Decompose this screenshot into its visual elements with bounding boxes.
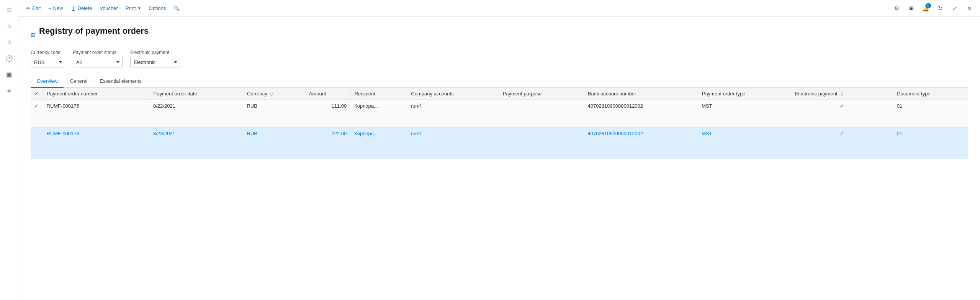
table-row[interactable]: RUMF-000176 8/23/2021 RUB 222.00 Корпора… [31,128,968,140]
delete-button[interactable]: 🗑 Delete [68,4,95,13]
star-icon[interactable]: ☆ [2,35,16,49]
currency-filter-icon[interactable]: ▽ [270,92,273,96]
currency-code-select[interactable]: RUB USD EUR [31,57,65,67]
new-icon: + [48,5,51,11]
clock-icon[interactable]: 🕐 [2,51,16,65]
document-type: 01 [893,100,968,112]
amount: 111.00 [305,100,350,112]
page-title: Registry of payment orders [39,26,149,36]
home-icon[interactable]: ⌂ [2,19,16,33]
row-check-icon: ✓ [34,103,39,109]
print-button[interactable]: Print ▼ [123,4,144,13]
delete-icon: 🗑 [71,5,76,11]
col-header-doc-type: Document type [893,88,968,100]
currency: RUB [243,100,305,112]
edit-icon: ✏ [26,5,31,11]
recipient: Корпора... [350,100,407,112]
edit-button[interactable]: ✏ Edit [23,4,44,13]
check-all-icon: ✓ [34,91,39,97]
bank-account-number: 40702810900000012002 [584,100,698,112]
col-header-recipient: Recipient [350,88,407,100]
settings-icon[interactable]: ⚙ [890,2,903,15]
currency: RUB [243,128,305,140]
layout-icon[interactable]: ▣ [905,2,917,15]
toolbar-right: ⚙ ▣ 🔔 0 ↻ ⤢ ✕ [890,2,975,15]
filters-row: Currency code RUB USD EUR Payment order … [31,50,968,67]
payment-order-number[interactable]: RUMF-000176 [43,128,149,140]
currency-code-filter: Currency code RUB USD EUR [31,50,65,67]
col-header-order-type: Payment order type [698,88,791,100]
payment-status-label: Payment order status [73,50,123,55]
electronic-payment-check: ✓ [791,100,893,112]
col-header-amount: Amount [305,88,350,100]
payment-purpose [499,100,584,112]
payment-purpose [499,128,584,140]
table-row-spacer [31,112,968,128]
col-header-electronic-payment: Electronic payment ▽ [791,88,893,100]
tab-essential-elements[interactable]: Essential elements [93,75,147,88]
search-button[interactable]: 🔍 [170,4,183,13]
row-check[interactable]: ✓ [31,100,43,112]
row-check[interactable] [31,128,43,140]
col-header-currency: Currency ▽ [243,88,305,100]
tab-general[interactable]: General [64,75,93,88]
maximize-button[interactable]: ⤢ [949,2,961,15]
payment-order-date: 8/22/2021 [149,100,243,112]
col-header-purpose: Payment purpose [499,88,584,100]
electronic-payment-filter-icon[interactable]: ▽ [840,92,843,96]
options-button[interactable]: Options [146,4,169,13]
currency-code-label: Currency code [31,50,65,55]
col-header-bank-account: Bank account number [584,88,698,100]
amount: 222.00 [305,128,350,140]
payment-order-number[interactable]: RUMF-000175 [43,100,149,112]
refresh-button[interactable]: ↻ [934,2,946,15]
table-row[interactable]: ✓ RUMF-000175 8/22/2021 RUB 111.00 Корпо… [31,100,968,112]
list-icon[interactable]: ≡ [2,84,16,97]
table-row-spacer [31,140,968,159]
calendar-icon[interactable]: ▦ [2,67,16,81]
new-button[interactable]: + New [45,4,66,13]
electronic-payment-select[interactable]: Electronic Manual All [130,57,180,67]
close-button[interactable]: ✕ [963,2,975,15]
electronic-payment-label: Electronic payment [130,50,180,55]
notification-area: 🔔 0 [919,2,932,15]
tabs: Overview General Essential elements [31,75,968,88]
col-header-number: Payment order number [43,88,149,100]
document-type: 01 [893,128,968,140]
payment-order-date: 8/23/2021 [149,128,243,140]
recipient: Корпора... [350,128,407,140]
toolbar: ✏ Edit + New 🗑 Delete Voucher Print ▼ Op… [18,0,980,17]
main-area: ✏ Edit + New 🗑 Delete Voucher Print ▼ Op… [18,0,980,300]
electronic-payment-filter: Electronic payment Electronic Manual All [130,50,180,67]
content: ⊞ Registry of payment orders Currency co… [18,17,980,300]
search-icon: 🔍 [173,5,180,11]
col-header-checkall[interactable]: ✓ [31,88,43,100]
company-accounts: rumf [407,100,499,112]
bank-account-number: 40702810900000012002 [584,128,698,140]
payment-status-filter: Payment order status All Open Sent Paid [73,50,123,67]
voucher-button[interactable]: Voucher [97,4,121,13]
payment-order-type: MST [698,128,791,140]
payment-status-select[interactable]: All Open Sent Paid [73,57,123,67]
print-dropdown-icon: ▼ [137,6,141,10]
payment-orders-table: ✓ Payment order number Payment order dat… [31,88,968,159]
tab-overview[interactable]: Overview [31,75,64,88]
filter-icon: ⊞ [31,32,35,38]
company-accounts: rumf [407,128,499,140]
table-container: ✓ Payment order number Payment order dat… [31,88,968,159]
hamburger-icon[interactable]: ☰ [2,3,16,17]
notification-badge: 0 [926,3,931,8]
col-header-date: Payment order date [149,88,243,100]
sidebar: ☰ ⌂ ☆ 🕐 ▦ ≡ [0,0,18,300]
payment-order-type: MST [698,100,791,112]
electronic-payment-check: ✓ [791,128,893,140]
col-header-company-accounts: Company accounts [407,88,499,100]
